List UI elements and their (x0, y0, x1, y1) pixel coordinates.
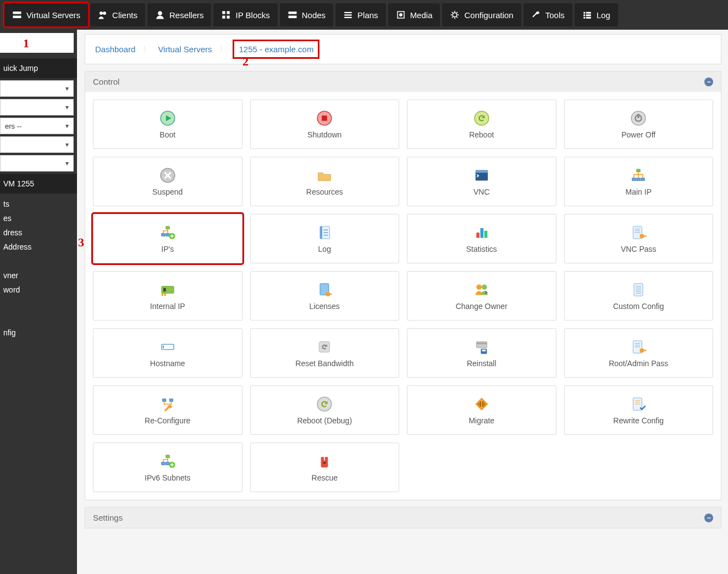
sidebar-link[interactable]: dress (3, 225, 74, 240)
sidebar-dropdown-3[interactable]: ers -- (0, 118, 74, 134)
svg-rect-50 (162, 293, 163, 296)
card-label: Shutdown (307, 130, 341, 139)
sidebar-dropdown-5[interactable] (0, 155, 74, 172)
svg-rect-29 (638, 114, 639, 118)
sidebar-link[interactable] (3, 297, 74, 311)
card-change-owner[interactable]: Change Owner (407, 271, 556, 321)
card-licenses[interactable]: Licenses (250, 271, 400, 321)
sidebar-link[interactable] (3, 311, 74, 325)
sidebar-link[interactable]: nfig (3, 325, 74, 340)
nav-clients[interactable]: Clients (90, 3, 145, 26)
card-power-off[interactable]: Power Off (564, 100, 714, 149)
svg-point-47 (640, 234, 644, 238)
doc-key3-icon (630, 338, 647, 356)
sidebar-search-box[interactable] (0, 33, 74, 53)
card-ip-s[interactable]: IP's3 (93, 214, 242, 263)
sidebar-link[interactable]: Address (3, 240, 74, 254)
card-reinstall[interactable]: Reinstall (407, 328, 556, 378)
main-content: Dashboard 〉 Virtual Servers 〉 1255 - exa… (77, 30, 728, 574)
card-hostname[interactable]: Hostname (93, 328, 242, 378)
card-label: VNC (473, 187, 490, 196)
terminal-icon (473, 167, 490, 184)
svg-rect-6 (227, 11, 230, 14)
svg-rect-11 (344, 12, 352, 13)
sidebar-link[interactable]: ts (3, 197, 74, 211)
card-ipv6-subnets[interactable]: IPv6 Subnets (93, 443, 242, 492)
svg-rect-35 (637, 178, 640, 181)
sidebar-dropdown-1[interactable] (0, 80, 74, 97)
collapse-icon[interactable]: − (704, 78, 713, 86)
breadcrumb-virtual-servers[interactable]: Virtual Servers (158, 45, 212, 54)
card-boot[interactable]: Boot (93, 100, 242, 149)
svg-rect-44 (480, 228, 483, 238)
card-rescue[interactable]: Rescue (250, 443, 400, 492)
card-log[interactable]: Log (250, 214, 400, 263)
sidebar-link[interactable] (3, 254, 74, 268)
bars-icon (582, 10, 592, 20)
svg-rect-18 (583, 14, 585, 16)
nav-label: Configuration (464, 10, 513, 20)
card-label: Re-Configure (145, 416, 190, 425)
panel-settings-header[interactable]: Settings − (85, 507, 721, 528)
card-root-admin-pass[interactable]: Root/Admin Pass (564, 328, 714, 378)
breadcrumb-dashboard[interactable]: Dashboard (95, 45, 135, 54)
card-label: Boot (159, 130, 175, 139)
card-vnc-pass[interactable]: VNC Pass (564, 214, 714, 263)
card-suspend[interactable]: Suspend (93, 157, 242, 206)
sidebar-dropdown-4[interactable] (0, 136, 74, 153)
card-custom-config[interactable]: Custom Config (564, 271, 714, 321)
card-main-ip[interactable]: Main IP (564, 157, 714, 206)
net-plus-icon (159, 224, 177, 241)
card-statistics[interactable]: Statistics (407, 214, 556, 263)
sidebar-link[interactable]: word (3, 283, 74, 297)
svg-rect-61 (476, 343, 487, 344)
card-label: Licenses (310, 302, 340, 311)
card-label: Rewrite Config (613, 416, 664, 425)
sidebar-link[interactable]: vner (3, 268, 74, 283)
card-shutdown[interactable]: Shutdown (250, 100, 400, 149)
panel-control-header[interactable]: Control − (85, 71, 721, 92)
nav-label: Tools (545, 10, 565, 20)
card-reboot-debug-[interactable]: Reboot (Debug) (250, 385, 400, 435)
svg-rect-45 (484, 231, 488, 238)
svg-point-2 (100, 12, 103, 15)
card-label: Main IP (626, 187, 652, 196)
nav-media[interactable]: Media (388, 3, 440, 26)
card-reset-bandwidth[interactable]: Reset Bandwidth (250, 328, 400, 378)
nav-ip-blocks[interactable]: IP Blocks (213, 3, 277, 26)
svg-rect-21 (586, 14, 591, 16)
svg-rect-75 (321, 457, 324, 461)
sidebar-dropdown-2[interactable] (0, 99, 74, 115)
nav-log[interactable]: Log (575, 3, 618, 26)
net-plus2-icon (159, 452, 177, 470)
svg-point-4 (158, 11, 162, 15)
nav-plans[interactable]: Plans (335, 3, 386, 26)
doc-key-icon (630, 224, 647, 241)
card-label: Log (318, 245, 331, 253)
card-vnc[interactable]: VNC (407, 157, 556, 206)
top-navigation: Virtual ServersClientsResellersIP Blocks… (0, 0, 728, 30)
sidebar-link[interactable] (3, 340, 74, 354)
svg-rect-12 (344, 14, 352, 15)
card-rewrite-config[interactable]: Rewrite Config (564, 385, 714, 435)
svg-rect-36 (641, 178, 644, 181)
card-reboot[interactable]: Reboot (407, 100, 556, 149)
sidebar-links: tsesdressAddress vnerword nfig (0, 194, 77, 357)
power-grey-icon (630, 109, 647, 127)
card-internal-ip[interactable]: Internal IP (93, 271, 242, 321)
nav-tools[interactable]: Tools (523, 3, 572, 26)
nav-configuration[interactable]: Configuration (442, 3, 521, 26)
disc-icon (396, 10, 406, 20)
card-migrate[interactable]: Migrate (407, 385, 556, 435)
nav-virtual-servers[interactable]: Virtual Servers (4, 3, 88, 26)
nav-resellers[interactable]: Resellers (147, 3, 212, 26)
net-wrench-icon (159, 395, 177, 413)
nav-nodes[interactable]: Nodes (280, 3, 333, 26)
svg-rect-19 (583, 17, 585, 19)
collapse-icon[interactable]: − (704, 514, 713, 522)
folder-icon (316, 167, 333, 184)
sidebar-link[interactable]: es (3, 211, 74, 225)
card-resources[interactable]: Resources (250, 157, 400, 206)
svg-rect-33 (637, 169, 640, 172)
card-re-configure[interactable]: Re-Configure (93, 385, 242, 435)
